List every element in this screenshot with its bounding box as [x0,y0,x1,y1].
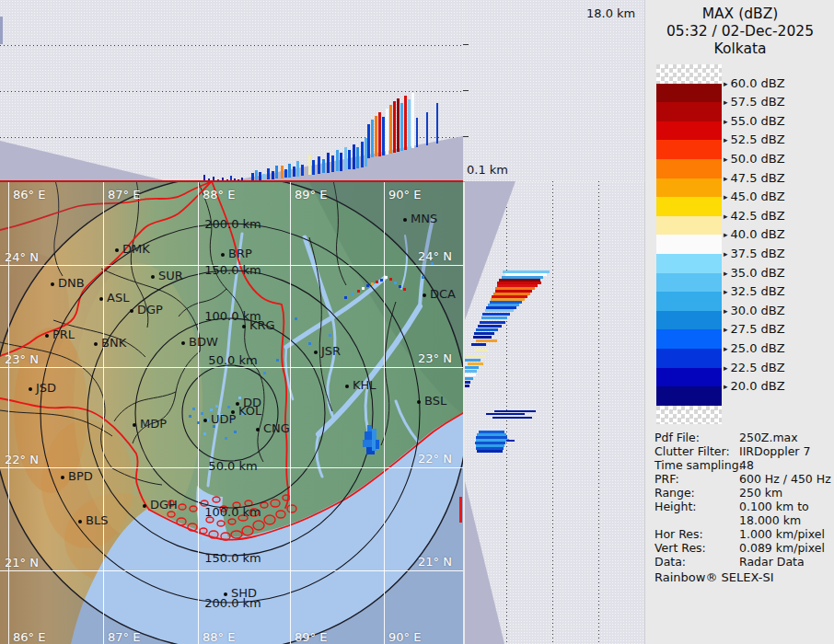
city-label-shd: SHD [231,586,257,600]
info-row: Data:Radar Data [654,555,805,569]
longitude-label-top: 90° E [388,188,421,201]
echo-bar [308,155,311,175]
min-height-label: 0.1 km [467,163,508,177]
scale-arrow-icon: ▸ [724,269,728,278]
map-echo-speck [376,440,379,449]
dbz-scale-label: ▸55.0 dBZ [724,114,785,128]
echo-bar [318,156,320,174]
echo-bar [0,17,3,44]
city-label-cng: CNG [263,421,290,435]
scale-arrow-icon: ▸ [724,230,728,239]
echo-bar [382,117,385,155]
beam-blockage-wedge-left [0,141,164,180]
scale-band [656,159,722,178]
info-value: 250 km [739,486,782,500]
scale-arrow-icon: ▸ [724,306,728,316]
height-tick [463,44,469,45]
echo-bar [481,316,507,319]
city-label-brp: BRP [228,247,252,260]
height-tick [463,90,469,91]
scale-band [656,197,722,216]
scale-band [656,178,722,198]
scale-arrow-icon: ▸ [724,117,728,126]
echo-bar [492,417,532,419]
info-label: Vert Res: [654,541,739,555]
info-row: Height:0.100 km to [654,500,809,513]
height-tick [463,136,469,137]
dbz-scale-label: ▸52.5 dBZ [724,132,785,146]
echo-bar [312,160,315,175]
info-label: Data: [654,555,739,569]
range-ring-label: 100.0 km [187,505,279,519]
dbz-value: 42.5 dBZ [731,209,785,223]
map-echo-speck [238,397,241,399]
city-dot-bsl [417,400,421,404]
city-dot-dmk [115,248,119,252]
latitude-gridline [0,367,463,368]
info-row: Range:250 km [654,486,782,500]
longitude-gridline [290,180,291,644]
echo-bar [367,124,370,158]
echo-bar [466,355,486,358]
city-dot-mdp [133,423,136,427]
scale-arrow-icon: ▸ [724,344,728,353]
latitude-label-right: 21° N [418,555,452,569]
city-label-krg: KRG [249,318,275,332]
echo-bar [486,413,525,415]
echo-bar [348,150,351,169]
city-label-kol: KOL [238,404,261,418]
city-label-bnk: BNK [101,336,126,350]
longitude-gridline [198,180,199,644]
echo-bar [296,161,299,177]
latitude-gridline [0,570,463,571]
dbz-value: 25.0 dBZ [731,341,785,355]
city-label-dgp: DGP [137,303,163,316]
software-brand: Rainbow® SELEX-SI [654,570,774,584]
map-echo-speck [276,359,279,362]
city-label-udp: UDP [211,412,236,426]
scale-band [656,121,722,141]
echo-bar [416,118,418,147]
dbz-value: 52.5 dBZ [731,132,785,146]
dbz-scale-label: ▸27.5 dBZ [724,322,785,336]
echo-bar [436,103,438,144]
scale-arrow-icon: ▸ [724,325,728,334]
dbz-value: 22.5 dBZ [731,361,785,374]
echo-bar [331,155,334,172]
info-value: 1.000 km/pixel [739,527,825,541]
city-label-khl: KHL [353,378,376,392]
info-value: 0.089 km/pixel [739,541,825,555]
echo-bar [408,99,411,149]
map-echo-speck [210,408,213,411]
info-row: Hor Res:1.000 km/pixel [654,527,825,541]
scale-band-above-max [656,64,722,84]
echo-bar [272,171,274,179]
echo-bar [361,142,364,167]
echo-bar [468,362,483,365]
city-dot-bdw [181,341,185,345]
scale-arrow-icon: ▸ [724,212,728,221]
longitude-label-bottom: 89° E [295,630,327,644]
echo-bar [476,328,498,331]
city-label-mns: MNS [411,212,437,225]
echo-bar [371,120,374,157]
scale-arrow-icon: ▸ [724,382,728,391]
echo-bar [353,144,355,169]
map-echo-speck [389,278,392,281]
map-echo-speck [422,276,424,279]
dbz-value: 57.5 dBZ [731,95,785,109]
map-echo-speck [362,287,365,290]
latitude-label-right: 24° N [418,249,452,263]
echo-bar [288,164,291,178]
info-value: 0.100 km to [739,500,809,513]
scale-band-below-min [656,406,722,425]
echo-bar [426,112,428,145]
info-row: Clutter Filter:IIRDoppler 7 [654,444,810,458]
echo-bar [400,103,403,151]
echo-bar [485,309,514,312]
radar-map: 200.0 km150.0 km100.0 km50.0 km50.0 km10… [0,180,463,644]
echo-bar [506,440,515,442]
product-datetime: 05:32 / 02-Dec-2025 [645,23,834,40]
longitude-label-top: 87° E [108,188,140,201]
beam-blockage-wedge-lower [465,481,504,644]
